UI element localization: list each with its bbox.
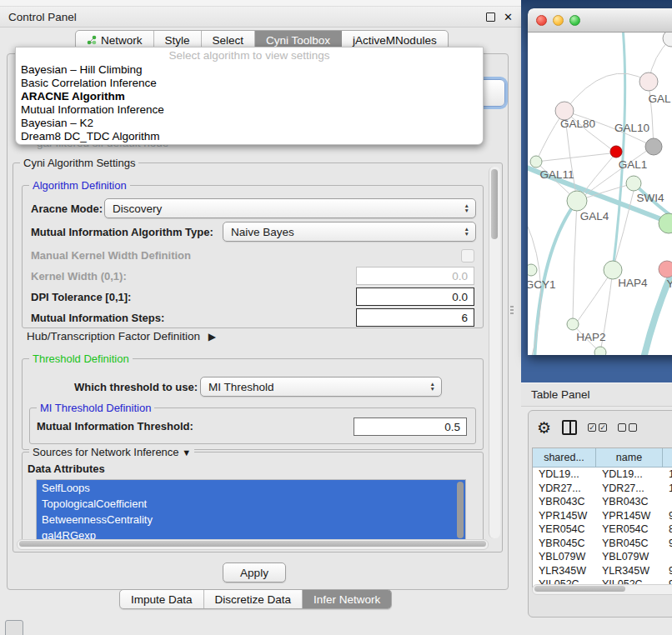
table-row[interactable]: YDR27...YDR27...12... — [533, 482, 672, 496]
table-row[interactable]: YER054CYER054C8. — [533, 522, 672, 537]
zoom-traffic-light-icon[interactable] — [569, 15, 580, 26]
gear-icon[interactable]: ⚙ — [537, 420, 551, 436]
algorithm-option-dream8-dc-tdc-algorithm[interactable]: Dream8 DC_TDC Algorithm — [16, 130, 483, 143]
table-cell: YBL079W — [596, 551, 663, 562]
dpi-tolerance-field[interactable]: 0.0 — [356, 288, 474, 306]
algorithm-option-mutual-information-inference[interactable]: Mutual Information Inference — [16, 103, 483, 117]
settings-horizontal-scrollbar[interactable] — [17, 539, 489, 550]
bottom-tab-discretize-data[interactable]: Discretize Data — [204, 590, 303, 608]
manual-kernel-width-label: Manual Kernel Width Definition — [31, 249, 191, 262]
network-window[interactable]: GALGAL80GAL10GAL1SWI4GAL11GAL4GCY1HAP4YH… — [528, 8, 672, 355]
table-row[interactable]: YBR045CYBR045C9. — [533, 537, 672, 551]
algorithm-option-basic-correlation-inference[interactable]: Basic Correlation Inference — [16, 77, 483, 90]
tab-label: Network — [101, 34, 143, 47]
apply-button[interactable]: Apply — [223, 562, 286, 582]
checked-pair-icon[interactable]: ✓✓ — [588, 423, 607, 432]
node-label-gal80: GAL80 — [560, 118, 595, 130]
unchecked-pair-icon[interactable] — [618, 423, 637, 432]
column-header-name[interactable]: name — [596, 448, 663, 467]
stepper-arrows-icon: ▲▼ — [430, 378, 435, 396]
network-node-swi4[interactable] — [626, 176, 641, 191]
table-row[interactable]: YBR043CYBR043C — [533, 495, 672, 509]
settings-vertical-scrollbar[interactable] — [489, 167, 500, 538]
network-node-gal[interactable] — [639, 72, 658, 91]
hub-transcription-factor-section[interactable]: Hub/Transcription Factor Definition ▶ — [27, 330, 216, 342]
bottom-tab-infer-network[interactable]: Infer Network — [303, 590, 391, 608]
table-cell: YBR043C — [596, 496, 663, 508]
network-node-gal11[interactable] — [530, 156, 542, 168]
algorithm-option-aracne-algorithm[interactable]: ARACNE Algorithm — [16, 90, 483, 103]
column-header-shared[interactable]: shared... — [533, 448, 596, 467]
column-header-a[interactable]: A... — [663, 448, 672, 467]
mi-steps-value: 6 — [461, 312, 468, 324]
which-threshold-combo[interactable]: MI Threshold ▲▼ — [200, 377, 442, 397]
columns-icon[interactable] — [562, 420, 577, 435]
table-cell: YER054C — [596, 523, 663, 535]
node-table[interactable]: shared...nameA... YDL19...YDL19...13...Y… — [532, 448, 672, 588]
top-strip — [0, 0, 521, 7]
mutual-information-threshold-value: 0.5 — [444, 421, 460, 433]
table-hscrollbar-thumb[interactable] — [534, 586, 625, 592]
expanded-arrow-icon[interactable]: ▼ — [182, 448, 191, 458]
network-node-hap2[interactable] — [567, 318, 579, 330]
aracne-mode-combo[interactable]: Discovery ▲▼ — [104, 198, 476, 218]
mi-steps-field[interactable]: 6 — [356, 308, 474, 327]
table-row[interactable]: YLR345WYLR345W9. — [533, 564, 672, 578]
bottom-tab-impute-data[interactable]: Impute Data — [120, 590, 204, 608]
algorithm-option-bayesian-k2[interactable]: Bayesian – K2 — [16, 117, 483, 130]
bottom-tab-label: Infer Network — [313, 593, 380, 606]
algorithm-dropdown-list: Select algorithm to view settings Bayesi… — [15, 47, 484, 145]
mi-algorithm-type-label: Mutual Information Algorithm Type: — [31, 226, 213, 238]
corner-button[interactable] — [5, 620, 23, 635]
close-traffic-light-icon[interactable] — [536, 15, 547, 26]
threshold-definition-group: Threshold Definition Which threshold to … — [22, 358, 484, 450]
network-node[interactable] — [659, 213, 672, 233]
panel-splitter-handle[interactable] — [509, 304, 514, 316]
network-node-y[interactable] — [659, 261, 672, 278]
table-cell: YPR145W — [596, 510, 663, 522]
mutual-information-threshold-label: Mutual Information Threshold: — [37, 420, 193, 432]
attribute-item-selfloops[interactable]: SelfLoops — [37, 480, 465, 496]
settings-scrollbar-thumb[interactable] — [491, 169, 498, 239]
collapsed-arrow-icon[interactable]: ▶ — [208, 331, 216, 342]
data-attributes-list[interactable]: SelfLoopsTopologicalCoefficientBetweenne… — [36, 479, 466, 541]
mi-steps-label: Mutual Information Steps: — [31, 312, 164, 324]
network-node[interactable] — [594, 347, 606, 355]
table-cell: YBR045C — [533, 538, 596, 549]
table-horizontal-scrollbar[interactable] — [532, 584, 672, 595]
network-edge — [536, 116, 561, 162]
table-cell: YDR27... — [533, 482, 596, 494]
network-node[interactable] — [663, 32, 672, 47]
network-edge — [573, 201, 577, 319]
table-row[interactable]: YBL079WYBL079W — [533, 550, 672, 564]
minimize-traffic-light-icon[interactable] — [553, 15, 564, 26]
table-panel-body: ⚙ ✓✓ shared...nameA... YDL19...YDL19...1… — [528, 410, 672, 618]
mi-algorithm-type-combo[interactable]: Naive Bayes ▲▼ — [223, 222, 476, 242]
float-window-icon[interactable] — [486, 12, 495, 22]
table-row[interactable]: YPR145WYPR145W9. — [533, 509, 672, 523]
table-row[interactable]: YDL19...YDL19...13... — [533, 468, 672, 482]
sources-title-text: Sources for Network Inference — [33, 446, 179, 458]
node-label-swi4: SWI4 — [636, 192, 664, 204]
network-node-gal1[interactable] — [610, 146, 622, 158]
table-cell: YDL19... — [533, 468, 596, 480]
attributes-scrollbar[interactable] — [457, 482, 464, 538]
network-node-gcy1[interactable] — [528, 264, 537, 276]
network-graph: GALGAL80GAL10GAL1SWI4GAL11GAL4GCY1HAP4YH… — [528, 32, 672, 355]
network-window-titlebar[interactable] — [528, 8, 672, 32]
network-canvas[interactable]: GALGAL80GAL10GAL1SWI4GAL11GAL4GCY1HAP4YH… — [528, 32, 672, 355]
attribute-item-topologicalcoefficient[interactable]: TopologicalCoefficient — [37, 496, 465, 512]
mutual-information-threshold-field[interactable]: 0.5 — [354, 418, 467, 436]
aracne-mode-value: Discovery — [113, 202, 162, 215]
manual-kernel-width-checkbox[interactable] — [461, 249, 474, 262]
attribute-item-betweennesscentrality[interactable]: BetweennessCentrality — [37, 512, 465, 528]
network-node-gal4[interactable] — [567, 191, 587, 211]
close-icon[interactable]: ✕ — [504, 12, 513, 22]
algorithm-option-bayesian-hill-climbing[interactable]: Bayesian – Hill Climbing — [16, 63, 483, 77]
settings-hscrollbar-thumb[interactable] — [19, 541, 486, 547]
sources-title: Sources for Network Inference ▼ — [29, 446, 194, 458]
kernel-width-field[interactable]: 0.0 — [356, 267, 474, 285]
network-node-gal10[interactable] — [645, 138, 662, 155]
bottom-tab-label: Impute Data — [131, 593, 193, 606]
algorithm-dropdown-placeholder: Select algorithm to view settings — [16, 48, 483, 63]
